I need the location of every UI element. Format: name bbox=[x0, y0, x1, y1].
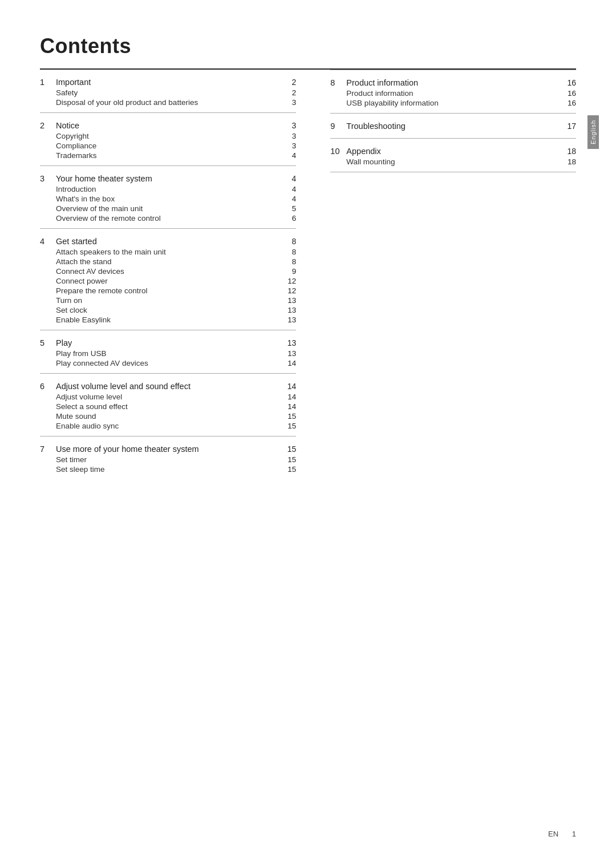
section-page-1: 2 bbox=[282, 78, 296, 87]
toc-section-right-8: 8Product information16Product informatio… bbox=[330, 70, 576, 114]
sub-page: 3 bbox=[282, 132, 296, 140]
sub-page: 4 bbox=[282, 195, 296, 203]
section-title-5: Play bbox=[56, 338, 72, 347]
section-num-6: 6 bbox=[40, 382, 50, 391]
section-page-8: 16 bbox=[562, 78, 576, 87]
sub-label: Prepare the remote control bbox=[56, 286, 148, 295]
section-title-9: Troubleshooting bbox=[346, 122, 405, 131]
section-num-10: 10 bbox=[330, 147, 341, 156]
sub-page: 13 bbox=[282, 306, 296, 314]
sub-label: Compliance bbox=[56, 142, 96, 150]
section-num-2: 2 bbox=[40, 121, 50, 130]
toc-sub-row: Prepare the remote control12 bbox=[40, 286, 296, 295]
sub-label: Overview of the remote control bbox=[56, 214, 161, 223]
sub-label: Attach speakers to the main unit bbox=[56, 248, 166, 256]
section-num-7: 7 bbox=[40, 444, 50, 454]
sub-page: 3 bbox=[282, 142, 296, 150]
sub-label: Set clock bbox=[56, 306, 87, 314]
sub-label: Product information bbox=[346, 89, 413, 98]
sub-page: 16 bbox=[562, 99, 576, 107]
sub-page: 14 bbox=[282, 393, 296, 401]
toc-sub-row: Product information16 bbox=[330, 89, 576, 98]
sub-label: Turn on bbox=[56, 296, 82, 305]
sub-label: Play connected AV devices bbox=[56, 359, 148, 367]
page: Contents 1Important2Safety2Disposal of y… bbox=[0, 0, 616, 861]
page-title: Contents bbox=[40, 34, 576, 58]
toc-main-row-9: 9Troubleshooting17 bbox=[330, 122, 576, 131]
section-page-7: 15 bbox=[282, 444, 296, 454]
toc-sub-row: Connect power12 bbox=[40, 277, 296, 285]
section-page-9: 17 bbox=[562, 122, 576, 131]
toc-sub-row: Attach the stand8 bbox=[40, 257, 296, 266]
sub-page: 13 bbox=[282, 316, 296, 324]
section-title-3: Your home theater system bbox=[56, 174, 152, 183]
section-page-2: 3 bbox=[282, 121, 296, 130]
sub-label: Adjust volume level bbox=[56, 393, 122, 401]
toc-main-row-5: 5Play13 bbox=[40, 338, 296, 347]
toc-main-row-6: 6Adjust volume level and sound effect14 bbox=[40, 382, 296, 391]
toc-section-left-2: 2Notice3Copyright3Compliance3Trademarks4 bbox=[40, 113, 296, 166]
footer: EN 1 bbox=[548, 830, 576, 838]
section-page-5: 13 bbox=[282, 338, 296, 347]
toc-sub-row: USB playability information16 bbox=[330, 99, 576, 107]
toc-sub-row: Set clock13 bbox=[40, 306, 296, 314]
english-tab: English bbox=[587, 115, 599, 149]
toc-sub-row: Enable Easylink13 bbox=[40, 316, 296, 324]
right-column: 8Product information16Product informatio… bbox=[319, 70, 576, 479]
toc-sub-row: Adjust volume level14 bbox=[40, 393, 296, 401]
toc-sub-row: Play from USB13 bbox=[40, 349, 296, 358]
sub-page: 14 bbox=[282, 402, 296, 411]
toc-sub-row: Compliance3 bbox=[40, 142, 296, 150]
toc-sub-row: Copyright3 bbox=[40, 132, 296, 140]
section-title-8: Product information bbox=[346, 78, 418, 87]
toc-sub-row: Turn on13 bbox=[40, 296, 296, 305]
sub-label: Attach the stand bbox=[56, 257, 112, 266]
section-title-1: Important bbox=[56, 78, 91, 87]
toc-main-row-4: 4Get started8 bbox=[40, 237, 296, 246]
sub-page: 15 bbox=[282, 465, 296, 474]
toc-section-right-10: 10Appendix18Wall mounting18 bbox=[330, 139, 576, 172]
sub-page: 12 bbox=[282, 277, 296, 285]
sub-page: 16 bbox=[562, 89, 576, 98]
toc-section-left-6: 6Adjust volume level and sound effect14A… bbox=[40, 374, 296, 436]
sub-label: Enable audio sync bbox=[56, 422, 119, 430]
toc-sub-row: Enable audio sync15 bbox=[40, 422, 296, 430]
toc-sub-row: Connect AV devices9 bbox=[40, 267, 296, 276]
sub-label: Select a sound effect bbox=[56, 402, 128, 411]
toc-sub-row: Set sleep time15 bbox=[40, 465, 296, 474]
section-num-5: 5 bbox=[40, 338, 50, 347]
sub-page: 2 bbox=[282, 88, 296, 97]
sub-page: 8 bbox=[282, 248, 296, 256]
toc-sub-row: What's in the box4 bbox=[40, 195, 296, 203]
toc-sub-row: Introduction4 bbox=[40, 185, 296, 193]
toc-main-row-10: 10Appendix18 bbox=[330, 147, 576, 156]
sub-page: 13 bbox=[282, 296, 296, 305]
toc-section-left-5: 5Play13Play from USB13Play connected AV … bbox=[40, 330, 296, 374]
toc-main-row-3: 3Your home theater system4 bbox=[40, 174, 296, 183]
section-title-10: Appendix bbox=[346, 147, 380, 156]
sub-label: Wall mounting bbox=[346, 157, 395, 166]
sub-label: Copyright bbox=[56, 132, 89, 140]
sub-label: Connect power bbox=[56, 277, 108, 285]
sub-label: Trademarks bbox=[56, 151, 97, 160]
section-page-6: 14 bbox=[282, 382, 296, 391]
footer-lang: EN bbox=[548, 830, 558, 838]
section-page-3: 4 bbox=[282, 174, 296, 183]
toc-main-row-7: 7Use more of your home theater system15 bbox=[40, 444, 296, 454]
toc-main-row-8: 8Product information16 bbox=[330, 78, 576, 87]
sub-page: 14 bbox=[282, 359, 296, 367]
toc-section-right-9: 9Troubleshooting17 bbox=[330, 114, 576, 139]
toc-section-left-3: 3Your home theater system4Introduction4W… bbox=[40, 166, 296, 229]
sub-label: Mute sound bbox=[56, 412, 96, 421]
footer-page-num: 1 bbox=[572, 830, 576, 838]
sub-label: Disposal of your old product and batteri… bbox=[56, 98, 198, 107]
toc-main-row-1: 1Important2 bbox=[40, 78, 296, 87]
sub-page: 15 bbox=[282, 412, 296, 421]
toc-sub-row: Overview of the remote control6 bbox=[40, 214, 296, 223]
sub-page: 15 bbox=[282, 422, 296, 430]
toc-sub-row: Set timer15 bbox=[40, 455, 296, 464]
toc-main-row-2: 2Notice3 bbox=[40, 121, 296, 130]
sub-label: Enable Easylink bbox=[56, 316, 111, 324]
toc-sub-row: Select a sound effect14 bbox=[40, 402, 296, 411]
section-page-10: 18 bbox=[562, 147, 576, 156]
